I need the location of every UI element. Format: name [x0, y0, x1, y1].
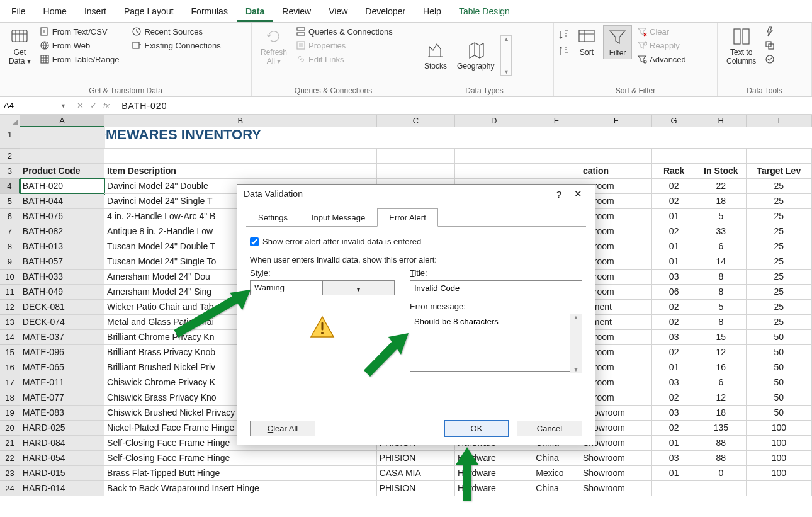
cell[interactable]: 03: [652, 375, 696, 390]
cell[interactable]: BATH-044: [20, 194, 104, 209]
col-header-h[interactable]: H: [696, 115, 747, 127]
tab-help[interactable]: Help: [414, 4, 450, 22]
row-header[interactable]: 1: [0, 127, 20, 149]
cell[interactable]: HARD-015: [20, 466, 104, 481]
row-header[interactable]: 3: [0, 164, 20, 179]
cell[interactable]: 50: [747, 375, 812, 390]
cell[interactable]: 14: [696, 254, 747, 270]
cell[interactable]: 135: [696, 421, 747, 436]
row-header[interactable]: 22: [0, 451, 20, 466]
cell[interactable]: 01: [652, 239, 696, 254]
cell[interactable]: 02: [652, 179, 696, 194]
cell[interactable]: DECK-081: [20, 300, 104, 315]
cell[interactable]: [20, 127, 105, 149]
cell[interactable]: 18: [696, 194, 747, 209]
cell[interactable]: 100: [747, 421, 812, 436]
cell[interactable]: 6: [696, 375, 747, 390]
row-header[interactable]: 14: [0, 330, 20, 345]
cell[interactable]: Item Description: [104, 164, 377, 179]
cell[interactable]: 02: [652, 345, 696, 360]
flash-fill-button[interactable]: [762, 25, 777, 38]
cell[interactable]: HARD-025: [20, 421, 104, 436]
cell[interactable]: 25: [747, 270, 812, 285]
cell[interactable]: 25: [747, 179, 812, 194]
cell[interactable]: 50: [747, 390, 812, 406]
cell[interactable]: [377, 164, 455, 179]
row-header[interactable]: 12: [0, 300, 20, 315]
error-message-input[interactable]: [410, 314, 582, 372]
cell[interactable]: Showroom: [580, 451, 652, 466]
row-header[interactable]: 2: [0, 149, 20, 164]
from-web-button[interactable]: From Web: [37, 39, 122, 52]
col-header-c[interactable]: C: [377, 115, 455, 127]
cell[interactable]: Self-Closing Face Frame Hinge: [104, 451, 377, 466]
tab-formulas[interactable]: Formulas: [183, 4, 237, 22]
title-cell[interactable]: NORTON HOMEWARES INVENTORY: [105, 127, 812, 149]
row-header[interactable]: 15: [0, 345, 20, 360]
cell[interactable]: 8: [696, 285, 747, 300]
cell[interactable]: HARD-014: [20, 481, 104, 496]
cell[interactable]: [747, 149, 812, 164]
cell[interactable]: 25: [747, 315, 812, 330]
cell[interactable]: 50: [747, 360, 812, 375]
cell[interactable]: 02: [652, 224, 696, 239]
cell[interactable]: 01: [652, 360, 696, 375]
cell[interactable]: [20, 149, 104, 164]
title-input[interactable]: [410, 280, 582, 295]
tab-error-alert[interactable]: Error Alert: [377, 208, 438, 227]
cell[interactable]: 02: [652, 300, 696, 315]
cell[interactable]: 8: [696, 270, 747, 285]
chevron-down-icon[interactable]: ▾: [322, 281, 395, 295]
tab-data[interactable]: Data: [237, 4, 273, 22]
name-box[interactable]: ▼: [0, 97, 70, 114]
cell[interactable]: 01: [652, 436, 696, 451]
row-header[interactable]: 20: [0, 421, 20, 436]
cell[interactable]: Hardware: [455, 466, 533, 481]
cell[interactable]: 25: [747, 300, 812, 315]
style-select[interactable]: Warning▾: [250, 280, 395, 295]
cell[interactable]: [455, 149, 533, 164]
scroll-down-icon[interactable]: ▼: [573, 366, 579, 373]
cell[interactable]: Showroom: [580, 481, 652, 496]
cell[interactable]: [455, 164, 533, 179]
cell[interactable]: [377, 149, 455, 164]
sort-za-icon[interactable]: [559, 45, 570, 57]
cell[interactable]: MATE-037: [20, 330, 104, 345]
row-header[interactable]: 7: [0, 224, 20, 239]
tab-review[interactable]: Review: [273, 4, 320, 22]
cell[interactable]: 03: [652, 451, 696, 466]
enter-formula-icon[interactable]: ✓: [90, 101, 97, 110]
cell[interactable]: MATE-083: [20, 406, 104, 421]
cell[interactable]: 100: [747, 466, 812, 481]
cell[interactable]: [104, 149, 377, 164]
existing-connections-button[interactable]: Existing Connections: [129, 39, 223, 52]
tab-insert[interactable]: Insert: [76, 4, 115, 22]
cancel-formula-icon[interactable]: ✕: [77, 101, 84, 110]
cell[interactable]: BATH-020: [20, 179, 104, 194]
cell[interactable]: BATH-033: [20, 270, 104, 285]
reapply-button[interactable]: Reapply: [634, 39, 689, 52]
cell[interactable]: 25: [747, 224, 812, 239]
tab-home[interactable]: Home: [35, 4, 76, 22]
from-table-range-button[interactable]: From Table/Range: [37, 53, 122, 65]
cell[interactable]: China: [533, 451, 580, 466]
row-header[interactable]: 4: [0, 179, 20, 194]
row-header[interactable]: 24: [0, 481, 20, 496]
cell[interactable]: Product Code: [20, 164, 104, 179]
cell[interactable]: 03: [652, 330, 696, 345]
refresh-all-button[interactable]: RefreshAll ▾: [257, 25, 291, 67]
col-header-d[interactable]: D: [455, 115, 533, 127]
queries-connections-button[interactable]: Queries & Connections: [293, 25, 395, 38]
cell[interactable]: 02: [652, 315, 696, 330]
from-text-csv-button[interactable]: From Text/CSV: [37, 25, 122, 38]
cell[interactable]: 25: [747, 209, 812, 224]
cell[interactable]: BATH-082: [20, 224, 104, 239]
col-header-b[interactable]: B: [104, 115, 377, 127]
cell[interactable]: PHISION: [377, 481, 455, 496]
name-box-input[interactable]: [4, 101, 49, 110]
select-all[interactable]: [0, 115, 20, 127]
cell[interactable]: 88: [696, 436, 747, 451]
tab-developer[interactable]: Developer: [356, 4, 414, 22]
cell[interactable]: In Stock: [696, 164, 747, 179]
row-header[interactable]: 8: [0, 239, 20, 254]
